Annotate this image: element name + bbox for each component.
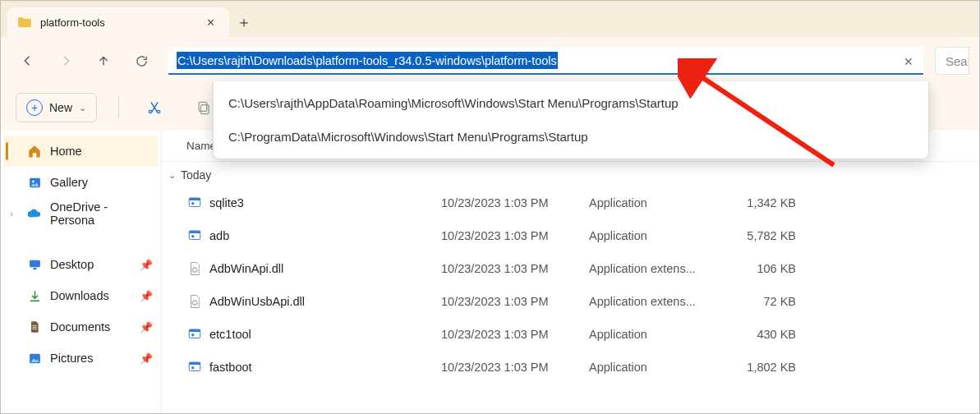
file-type: Application extens... (589, 295, 730, 308)
svg-rect-8 (189, 198, 200, 200)
file-date: 10/23/2023 1:03 PM (441, 229, 589, 242)
file-icon (186, 359, 203, 375)
svg-rect-11 (189, 231, 200, 233)
file-name: etc1tool (209, 328, 441, 341)
sidebar-item-gallery[interactable]: Gallery (1, 167, 161, 198)
svg-rect-20 (191, 366, 194, 369)
nav-toolbar: C:\Users\rajth\Downloads\platform-tools_… (1, 37, 979, 85)
address-input[interactable] (168, 47, 923, 75)
cloud-icon (27, 206, 42, 221)
folder-icon (17, 16, 32, 28)
file-row[interactable]: sqlite310/23/2023 1:03 PMApplication1,34… (162, 186, 979, 219)
sidebar-label: OneDrive - Persona (50, 200, 151, 227)
svg-rect-16 (189, 329, 200, 332)
sidebar-item-documents[interactable]: Documents 📌 (1, 311, 161, 343)
sidebar-label: Documents (50, 320, 110, 334)
gallery-icon (27, 175, 42, 190)
refresh-button[interactable] (124, 45, 159, 76)
file-type: Application (589, 361, 730, 374)
pin-icon: 📌 (140, 259, 153, 271)
file-icon (186, 228, 203, 244)
file-icon (186, 326, 203, 343)
file-row[interactable]: AdbWinApi.dll10/23/2023 1:03 PMApplicati… (162, 252, 979, 285)
svg-point-3 (31, 180, 34, 182)
svg-rect-5 (33, 268, 36, 269)
file-name: AdbWinApi.dll (209, 262, 441, 275)
new-button[interactable]: + New ⌄ (16, 93, 97, 122)
forward-button[interactable] (48, 45, 83, 76)
file-size: 1,342 KB (730, 196, 812, 209)
svg-rect-19 (189, 362, 200, 365)
file-date: 10/23/2023 1:03 PM (441, 361, 589, 374)
file-row[interactable]: fastboot10/23/2023 1:03 PMApplication1,8… (162, 351, 979, 384)
file-icon (186, 260, 203, 277)
home-icon (27, 144, 42, 159)
file-list: Name Date modified Type Size ⌄ Today sql… (162, 131, 979, 413)
search-input[interactable]: Sear (935, 47, 969, 75)
file-type: Application (589, 196, 730, 209)
address-clear-button[interactable]: ✕ (900, 53, 917, 70)
svg-rect-4 (30, 260, 40, 267)
file-name: sqlite3 (209, 196, 441, 209)
sidebar-item-pictures[interactable]: Pictures 📌 (1, 343, 161, 374)
download-icon (27, 288, 42, 303)
file-type: Application extens... (589, 262, 730, 275)
svg-rect-17 (191, 334, 194, 336)
file-date: 10/23/2023 1:03 PM (441, 328, 589, 341)
desktop-icon (27, 257, 42, 272)
new-tab-button[interactable]: ＋ (229, 7, 259, 37)
sidebar-label: Pictures (50, 352, 93, 365)
file-type: Application (589, 328, 730, 341)
sidebar-item-onedrive[interactable]: › OneDrive - Persona (1, 198, 161, 229)
file-size: 1,802 KB (730, 361, 812, 374)
pin-icon: 📌 (140, 290, 153, 302)
content-area: Home Gallery › OneDrive - Persona Deskto… (1, 131, 979, 413)
sidebar-label: Downloads (50, 289, 109, 302)
suggestion-item[interactable]: C:\Users\rajth\AppData\Roaming\Microsoft… (214, 86, 928, 120)
file-date: 10/23/2023 1:03 PM (441, 262, 589, 275)
address-bar[interactable]: C:\Users\rajth\Downloads\platform-tools_… (168, 47, 923, 75)
group-today[interactable]: ⌄ Today (162, 162, 979, 186)
sidebar-item-home[interactable]: Home (4, 136, 158, 167)
file-name: fastboot (209, 361, 441, 374)
chevron-down-icon: ⌄ (79, 103, 86, 113)
tab-close-button[interactable]: ✕ (201, 13, 219, 31)
svg-rect-0 (200, 104, 209, 113)
pin-icon: 📌 (140, 321, 153, 334)
sidebar: Home Gallery › OneDrive - Persona Deskto… (1, 131, 162, 413)
file-size: 430 KB (730, 328, 812, 341)
back-button[interactable] (11, 45, 45, 76)
file-icon (186, 195, 203, 211)
file-type: Application (589, 229, 730, 242)
address-suggestions: C:\Users\rajth\AppData\Roaming\Microsoft… (213, 81, 929, 159)
sidebar-label: Home (50, 145, 82, 158)
svg-rect-9 (191, 202, 194, 205)
tab-current[interactable]: platform-tools ✕ (7, 7, 229, 37)
chevron-right-icon: › (4, 209, 19, 218)
file-row[interactable]: etc1tool10/23/2023 1:03 PMApplication430… (162, 318, 979, 351)
file-icon (186, 293, 203, 310)
cut-button[interactable] (140, 94, 168, 122)
tab-bar: platform-tools ✕ ＋ (1, 1, 979, 37)
sidebar-label: Gallery (50, 176, 88, 189)
svg-rect-1 (199, 102, 207, 111)
up-button[interactable] (86, 45, 121, 76)
file-row[interactable]: adb10/23/2023 1:03 PMApplication5,782 KB (162, 219, 979, 252)
file-date: 10/23/2023 1:03 PM (441, 295, 589, 308)
file-size: 72 KB (730, 295, 812, 308)
sidebar-item-desktop[interactable]: Desktop 📌 (1, 249, 161, 280)
sidebar-item-downloads[interactable]: Downloads 📌 (1, 280, 161, 311)
sidebar-label: Desktop (50, 258, 94, 271)
file-date: 10/23/2023 1:03 PM (441, 196, 589, 209)
tab-title: platform-tools (40, 16, 201, 29)
file-name: AdbWinUsbApi.dll (209, 295, 441, 308)
suggestion-item[interactable]: C:\ProgramData\Microsoft\Windows\Start M… (214, 120, 928, 154)
new-button-label: New (49, 101, 72, 114)
file-size: 5,782 KB (730, 229, 812, 242)
pin-icon: 📌 (140, 352, 153, 365)
plus-icon: + (26, 99, 43, 116)
svg-rect-12 (191, 235, 194, 237)
group-label: Today (181, 168, 211, 182)
file-row[interactable]: AdbWinUsbApi.dll10/23/2023 1:03 PMApplic… (162, 285, 979, 318)
chevron-down-icon: ⌄ (168, 170, 176, 181)
